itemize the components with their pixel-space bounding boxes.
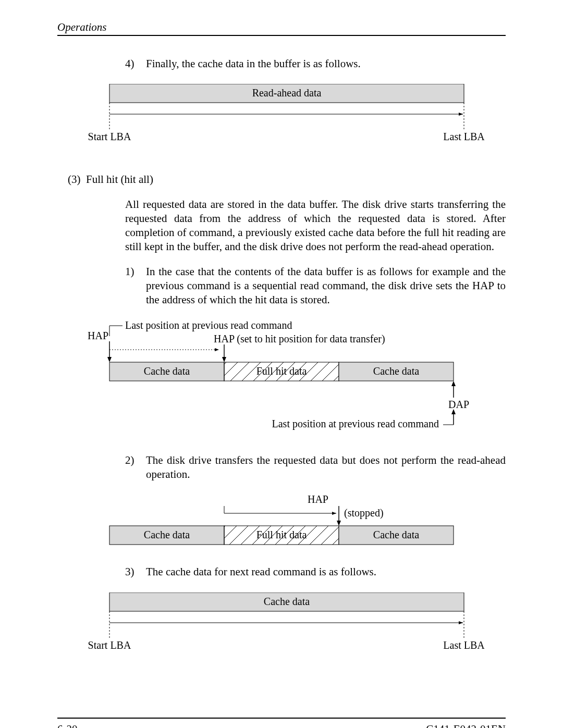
diag1-box-label: Read-ahead data <box>252 87 322 98</box>
list-item-2: 2) The disk drive transfers the requeste… <box>125 453 506 482</box>
item2-text: The disk drive transfers the requested d… <box>146 453 506 482</box>
item2-num: 2) <box>125 453 146 482</box>
list-item-4: 4) Finally, the cache data in the buffer… <box>125 57 506 71</box>
diagram-full-hit-2: HAP (stopped) Cache data Full hit data C… <box>57 495 506 552</box>
diagram-full-hit-1: Last position at previous read command H… <box>57 320 506 440</box>
diag4-box-label: Cache data <box>264 596 310 607</box>
diag4-left-label: Start LBA <box>88 639 131 651</box>
item1-text: In the case that the contents of the dat… <box>146 265 506 307</box>
footer-left: 6-20 <box>57 723 78 728</box>
diag3-full-hit: Full hit data <box>256 529 307 540</box>
footer-right: C141-E042-01EN <box>426 723 506 728</box>
page-footer: 6-20 C141-E042-01EN <box>57 718 506 728</box>
diag2-hap-note: HAP (set to hit position for data transf… <box>214 333 385 345</box>
diag2-lastpos-bot: Last position at previous read command <box>272 418 439 430</box>
diag3-cache-right: Cache data <box>373 529 419 540</box>
diag2-hap-label: HAP <box>88 330 108 341</box>
section-3-title: (3) Full hit (hit all) <box>68 172 506 187</box>
sec3-paragraph: All requested data are stored in the dat… <box>125 198 506 254</box>
item4-num: 4) <box>125 57 146 71</box>
diag2-lastpos-top: Last position at previous read command <box>125 320 292 331</box>
diag2-full-hit: Full hit data <box>256 365 307 377</box>
list-item-1: 1) In the case that the contents of the … <box>125 265 506 307</box>
sec3-num: (3) <box>68 173 81 186</box>
diag2-cache-left: Cache data <box>144 365 190 377</box>
diag3-stopped-label: (stopped) <box>344 507 384 519</box>
header-rule <box>57 35 506 36</box>
diagram-cache-next: Cache data Start LBA Last LBA <box>57 593 506 655</box>
list-item-3: 3) The cache data for next read command … <box>125 565 506 579</box>
diag3-cache-left: Cache data <box>144 529 190 540</box>
diag1-left-label: Start LBA <box>88 131 131 142</box>
diag3-hap-label: HAP <box>308 495 328 505</box>
diag2-cache-right: Cache data <box>373 365 419 377</box>
diag1-right-label: Last LBA <box>443 131 485 142</box>
diagram-read-ahead-buffer: Read-ahead data Start LBA Last LBA <box>57 84 506 146</box>
item1-num: 1) <box>125 265 146 307</box>
item3-num: 3) <box>125 565 146 579</box>
diag4-right-label: Last LBA <box>443 639 485 651</box>
sec3-title-text: Full hit (hit all) <box>86 173 153 186</box>
diag2-dap-label: DAP <box>448 399 469 410</box>
item4-text: Finally, the cache data in the buffer is… <box>146 57 361 71</box>
item3-text: The cache data for next read command is … <box>146 565 376 579</box>
page-header-title: Operations <box>57 21 506 34</box>
